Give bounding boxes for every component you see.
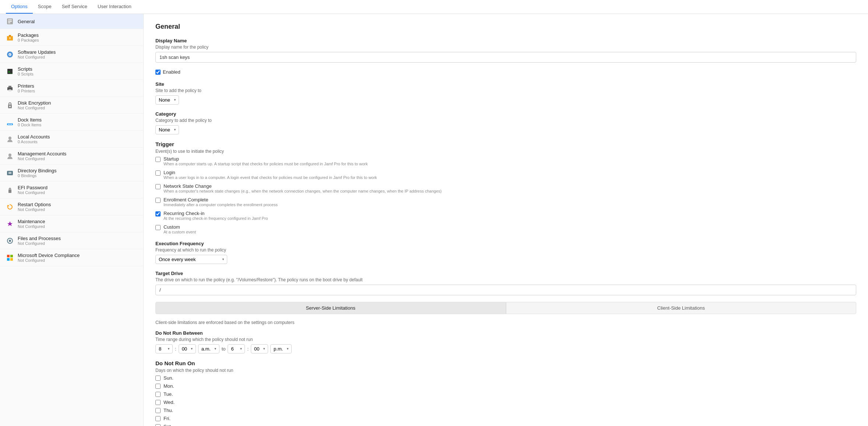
sidebar-item-dock-items[interactable]: Dock Items 0 Dock Items <box>0 114 143 131</box>
day-tue-label: Tue. <box>164 391 173 397</box>
day-tue-row: Tue. <box>155 391 856 397</box>
day-mon-checkbox[interactable] <box>155 384 161 389</box>
sidebar-item-efi-password[interactable]: EFI Password Not Configured <box>0 182 143 198</box>
sidebar-restart-options-sub: Not Configured <box>18 207 51 212</box>
category-select[interactable]: None <box>155 125 179 134</box>
sidebar-directory-bindings-title: Directory Bindings <box>18 168 57 173</box>
time-to-label: to <box>222 346 226 352</box>
trigger-recurring-checkbox[interactable] <box>155 211 161 216</box>
time-to-hour-select[interactable]: 12345 6789101112 <box>228 344 245 353</box>
svg-point-21 <box>8 154 11 156</box>
do-not-run-between-group: Do Not Run Between Time range during whi… <box>155 330 856 353</box>
sidebar-item-files-and-processes[interactable]: Files and Processes Not Configured <box>0 232 143 249</box>
tab-options[interactable]: Options <box>6 0 33 14</box>
limitations-bar: Server-Side Limitations Client-Side Limi… <box>155 302 856 314</box>
svg-rect-29 <box>7 255 10 257</box>
time-to-min-select[interactable]: 00 153045 <box>251 344 268 353</box>
sidebar-item-disk-encryption[interactable]: Disk Encryption Not Configured <box>0 97 143 114</box>
trigger-custom-sub: At a custom event <box>164 230 196 234</box>
do-not-run-between-label: Do Not Run Between <box>155 330 856 336</box>
execution-frequency-label: Execution Frequency <box>155 241 856 246</box>
target-drive-desc: The drive on which to run the policy (e.… <box>155 277 856 282</box>
time-range-row: 8 12345 679101112 : 00 153045 a.m. p.m. <box>155 344 856 353</box>
sidebar-item-management-accounts[interactable]: Management Accounts Not Configured <box>0 148 143 165</box>
sidebar-item-directory-bindings[interactable]: Directory Bindings 0 Bindings <box>0 165 143 182</box>
target-drive-input[interactable] <box>155 285 856 295</box>
sidebar-item-maintenance[interactable]: Maintenance Not Configured <box>0 215 143 232</box>
trigger-enrollment-label: Enrollment Complete <box>164 197 278 203</box>
enabled-row: Enabled <box>155 69 856 75</box>
site-group: Site Site to add the policy to None <box>155 81 856 105</box>
sidebar-files-processes-title: Files and Processes <box>18 236 61 241</box>
time-to-ampm-select[interactable]: a.m. p.m. <box>270 344 292 353</box>
day-mon-row: Mon. <box>155 383 856 389</box>
do-not-run-on-group: Do Not Run On Days on which the policy s… <box>155 360 856 426</box>
category-desc: Category to add the policy to <box>155 118 856 123</box>
svg-rect-2 <box>8 21 12 22</box>
svg-point-17 <box>8 124 9 125</box>
trigger-startup-checkbox[interactable] <box>155 157 161 162</box>
day-tue-checkbox[interactable] <box>155 392 161 397</box>
time-from-min-select[interactable]: 00 153045 <box>179 344 196 353</box>
client-side-limitations-tab[interactable]: Client-Side Limitations <box>506 302 857 314</box>
tab-self-service[interactable]: Self Service <box>57 0 92 14</box>
trigger-login-row: Login When a user logs in to a computer.… <box>155 170 856 180</box>
sidebar-packages-sub: 0 Packages <box>18 38 39 42</box>
printers-icon <box>6 84 14 92</box>
execution-frequency-select[interactable]: Once every week Once per day Once per co… <box>155 255 227 264</box>
day-sat-label: Sat. <box>164 424 172 426</box>
time-to-hour-wrapper: 12345 6789101112 <box>228 344 245 353</box>
trigger-recurring-row: Recurring Check-in At the recurring chec… <box>155 211 856 221</box>
do-not-run-between-desc: Time range during which the policy shoul… <box>155 337 856 342</box>
day-wed-checkbox[interactable] <box>155 400 161 405</box>
time-to-min-wrapper: 00 153045 <box>251 344 268 353</box>
trigger-network-state-checkbox[interactable] <box>155 184 161 189</box>
time-from-ampm-select[interactable]: a.m. p.m. <box>198 344 219 353</box>
category-label: Category <box>155 111 856 117</box>
sidebar-item-general[interactable]: General <box>0 14 143 29</box>
time-from-ampm-wrapper: a.m. p.m. <box>198 344 219 353</box>
sidebar-directory-bindings-sub: 0 Bindings <box>18 173 57 178</box>
trigger-startup-sub: When a computer starts up. A startup scr… <box>164 162 368 166</box>
site-select[interactable]: None <box>155 95 179 105</box>
disk-encryption-icon <box>6 101 14 109</box>
enabled-checkbox[interactable] <box>155 70 161 75</box>
day-fri-checkbox[interactable] <box>155 416 161 421</box>
sidebar-microsoft-compliance-sub: Not Configured <box>18 258 80 263</box>
day-thu-checkbox[interactable] <box>155 408 161 413</box>
enabled-label: Enabled <box>163 69 180 75</box>
sidebar-item-packages[interactable]: Packages 0 Packages <box>0 29 143 46</box>
sidebar-item-microsoft-device-compliance[interactable]: Microsoft Device Compliance Not Configur… <box>0 249 143 266</box>
trigger-group: Trigger Event(s) to use to initiate the … <box>155 141 856 234</box>
dock-items-icon <box>6 118 14 126</box>
sidebar-item-printers[interactable]: Printers 0 Printers <box>0 80 143 97</box>
sidebar-scripts-sub: 0 Scripts <box>18 72 34 76</box>
sidebar-printers-title: Printers <box>18 83 35 89</box>
trigger-custom-row: Custom At a custom event <box>155 224 856 234</box>
trigger-login-checkbox[interactable] <box>155 170 161 176</box>
server-side-limitations-tab[interactable]: Server-Side Limitations <box>155 302 506 314</box>
day-sat-row: Sat. <box>155 424 856 426</box>
svg-marker-26 <box>7 205 9 206</box>
time-from-hour-select[interactable]: 8 12345 679101112 <box>155 344 173 353</box>
day-sat-checkbox[interactable] <box>155 424 161 426</box>
tab-user-interaction[interactable]: User Interaction <box>92 0 137 14</box>
target-drive-label: Target Drive <box>155 271 856 276</box>
sidebar-item-scripts[interactable]: >_ Scripts 0 Scripts <box>0 63 143 80</box>
sidebar-item-restart-options[interactable]: Restart Options Not Configured <box>0 198 143 215</box>
trigger-recurring-sub: At the recurring check-in frequency conf… <box>164 216 268 221</box>
sidebar-files-processes-sub: Not Configured <box>18 241 61 246</box>
svg-rect-32 <box>10 258 13 261</box>
day-sun-checkbox[interactable] <box>155 376 161 381</box>
svg-rect-31 <box>7 258 10 261</box>
tab-scope[interactable]: Scope <box>33 0 57 14</box>
time-from-min-wrapper: 00 153045 <box>179 344 196 353</box>
trigger-custom-checkbox[interactable] <box>155 225 161 230</box>
svg-point-15 <box>9 106 11 107</box>
display-name-input[interactable] <box>155 52 856 63</box>
sidebar-item-software-updates[interactable]: Software Updates Not Configured <box>0 46 143 63</box>
trigger-enrollment-checkbox[interactable] <box>155 198 161 203</box>
software-updates-icon <box>6 50 14 59</box>
sidebar-item-local-accounts[interactable]: Local Accounts 0 Accounts <box>0 131 143 148</box>
trigger-login-label: Login <box>164 170 377 175</box>
